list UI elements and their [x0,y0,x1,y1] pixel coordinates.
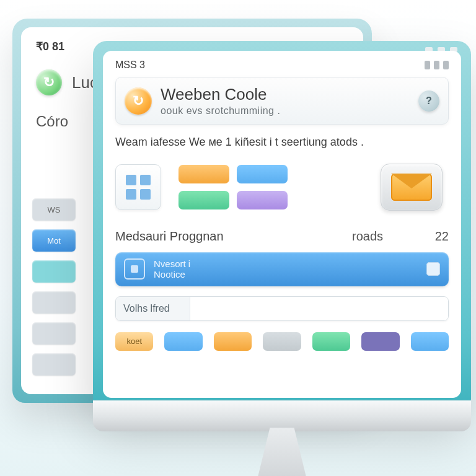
front-monitor: MSS 3 Weeben Coole oouk evs srotchummiin… [93,41,471,410]
status-dot [434,61,439,69]
bswatch-orange[interactable] [214,332,252,351]
stats-row: Medsauri Proggnan roads 22 [115,229,449,244]
banner-line2: Nootice [154,269,190,280]
swatch-blue[interactable] [237,165,288,183]
help-button[interactable]: ? [418,90,439,112]
bswatch-blue2[interactable] [411,332,449,351]
sidebar-item-3[interactable] [32,291,76,314]
front-screen: MSS 3 Weeben Coole oouk evs srotchummiin… [103,51,461,398]
stats-col2: 22 [420,229,449,244]
bottom-swatch-row: koet [115,332,449,351]
swatch-orange[interactable] [178,165,229,183]
sidebar-item-2[interactable] [32,260,76,283]
sidebar-item-0[interactable]: WS [32,198,76,221]
monitor-stand [242,428,322,476]
grid-icon [126,175,151,200]
banner-end-chip[interactable] [426,262,440,276]
color-swatch-group [178,165,288,209]
mail-icon [391,174,432,201]
swatch-green[interactable] [178,191,229,209]
apps-grid-card[interactable] [115,164,161,210]
feature-row [115,164,449,211]
bswatch-purple[interactable] [361,332,399,351]
swatch-purple[interactable] [237,191,288,209]
status-dot [425,61,430,69]
status-indicators [425,61,449,69]
header-card: Weeben Coole oouk evs srotchummiing . ? [115,77,449,125]
sidebar-item-5[interactable] [32,353,76,376]
refresh-icon[interactable] [36,69,62,95]
monitor-chin [93,400,471,431]
bottom-chip[interactable]: koet [115,332,153,351]
input-row: Volhs lfred [115,296,449,321]
square-stop-icon [124,258,145,280]
status-dot [443,61,449,69]
intro-text: Weam iafesse We ме 1 kiñesit i t seertiu… [115,136,449,149]
app-refresh-icon[interactable] [125,87,152,115]
front-timestamp: MSS 3 [115,60,145,71]
stats-label: Medsauri Proggnan [115,229,352,244]
sidebar-item-1[interactable]: Mot [32,229,76,252]
bswatch-green[interactable] [312,332,350,351]
sidebar-item-4[interactable] [32,322,76,345]
banner-line1: Nvesort i [154,258,190,269]
bswatch-blue[interactable] [164,332,202,351]
stats-col1: roads [352,229,420,244]
page-subtitle: oouk evs srotchummiing . [161,105,280,117]
back-sidebar: WS Mot [32,198,76,376]
bswatch-grey[interactable] [263,332,301,351]
notice-banner[interactable]: Nvesort i Nootice [115,252,449,286]
main-input[interactable] [190,297,448,320]
mail-card[interactable] [381,164,443,211]
page-title: Weeben Coole [161,85,280,104]
input-label: Volhs lfred [116,297,190,320]
